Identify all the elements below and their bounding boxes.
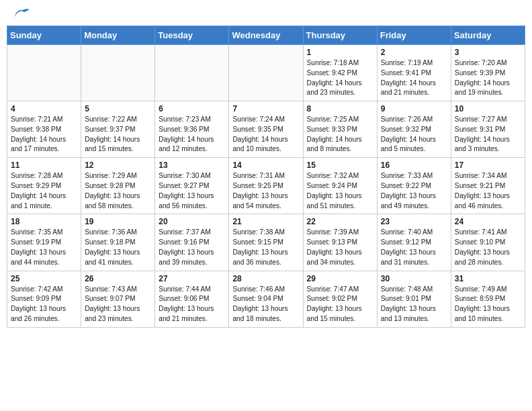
day-number: 18 [11,217,77,226]
day-number: 28 [232,274,299,283]
day-header-thursday: Thursday [303,26,377,45]
day-number: 24 [455,217,521,226]
calendar-header-row: SundayMondayTuesdayWednesdayThursdayFrid… [7,26,525,45]
day-header-wednesday: Wednesday [229,26,303,45]
day-number: 30 [381,274,447,283]
calendar-cell: 17Sunrise: 7:34 AM Sunset: 9:21 PM Dayli… [451,158,525,214]
calendar-cell: 4Sunrise: 7:21 AM Sunset: 9:38 PM Daylig… [7,101,81,158]
day-number: 22 [307,217,373,226]
day-number: 17 [455,161,521,170]
day-number: 9 [381,104,447,113]
calendar-cell [229,45,303,101]
day-info: Sunrise: 7:20 AM Sunset: 9:39 PM Dayligh… [455,58,521,98]
day-info: Sunrise: 7:28 AM Sunset: 9:29 PM Dayligh… [11,171,77,211]
day-info: Sunrise: 7:31 AM Sunset: 9:25 PM Dayligh… [232,171,299,211]
calendar-cell: 18Sunrise: 7:35 AM Sunset: 9:19 PM Dayli… [7,214,81,271]
day-number: 1 [307,48,373,57]
calendar-week-row: 1Sunrise: 7:18 AM Sunset: 9:42 PM Daylig… [7,45,525,101]
day-header-saturday: Saturday [451,26,525,45]
day-info: Sunrise: 7:22 AM Sunset: 9:37 PM Dayligh… [85,115,151,154]
calendar-cell: 23Sunrise: 7:40 AM Sunset: 9:12 PM Dayli… [377,214,451,271]
calendar-cell: 13Sunrise: 7:30 AM Sunset: 9:27 PM Dayli… [155,158,229,214]
calendar-week-row: 18Sunrise: 7:35 AM Sunset: 9:19 PM Dayli… [7,214,525,271]
day-number: 11 [11,161,77,170]
day-number: 15 [307,161,373,170]
calendar-cell: 3Sunrise: 7:20 AM Sunset: 9:39 PM Daylig… [451,45,525,101]
day-header-sunday: Sunday [7,26,81,45]
day-info: Sunrise: 7:23 AM Sunset: 9:36 PM Dayligh… [159,115,225,154]
calendar-week-row: 25Sunrise: 7:42 AM Sunset: 9:09 PM Dayli… [7,271,525,327]
day-info: Sunrise: 7:27 AM Sunset: 9:31 PM Dayligh… [455,115,521,154]
day-info: Sunrise: 7:40 AM Sunset: 9:12 PM Dayligh… [381,228,447,267]
day-info: Sunrise: 7:21 AM Sunset: 9:38 PM Dayligh… [11,115,77,154]
calendar-cell: 1Sunrise: 7:18 AM Sunset: 9:42 PM Daylig… [303,45,377,101]
logo-bird-icon [11,7,30,21]
calendar-cell: 12Sunrise: 7:29 AM Sunset: 9:28 PM Dayli… [81,158,155,214]
calendar-cell: 8Sunrise: 7:25 AM Sunset: 9:33 PM Daylig… [303,101,377,158]
day-number: 14 [232,161,299,170]
day-info: Sunrise: 7:35 AM Sunset: 9:19 PM Dayligh… [11,228,77,267]
calendar-cell: 10Sunrise: 7:27 AM Sunset: 9:31 PM Dayli… [451,101,525,158]
day-number: 19 [85,217,151,226]
calendar-cell: 24Sunrise: 7:41 AM Sunset: 9:10 PM Dayli… [451,214,525,271]
day-number: 13 [159,161,225,170]
day-info: Sunrise: 7:37 AM Sunset: 9:16 PM Dayligh… [159,228,225,267]
day-number: 31 [455,274,521,283]
calendar-cell: 14Sunrise: 7:31 AM Sunset: 9:25 PM Dayli… [229,158,303,214]
day-info: Sunrise: 7:33 AM Sunset: 9:22 PM Dayligh… [381,171,447,211]
day-number: 4 [11,104,77,113]
calendar-cell [7,45,81,101]
day-info: Sunrise: 7:36 AM Sunset: 9:18 PM Dayligh… [85,228,151,267]
calendar-cell [155,45,229,101]
day-number: 25 [11,274,77,283]
day-number: 8 [307,104,373,113]
header [7,7,525,21]
day-info: Sunrise: 7:32 AM Sunset: 9:24 PM Dayligh… [307,171,373,211]
day-header-tuesday: Tuesday [155,26,229,45]
day-number: 29 [307,274,373,283]
day-info: Sunrise: 7:43 AM Sunset: 9:07 PM Dayligh… [85,285,151,324]
calendar-cell: 11Sunrise: 7:28 AM Sunset: 9:29 PM Dayli… [7,158,81,214]
day-info: Sunrise: 7:38 AM Sunset: 9:15 PM Dayligh… [232,228,299,267]
calendar-cell: 2Sunrise: 7:19 AM Sunset: 9:41 PM Daylig… [377,45,451,101]
calendar-cell: 28Sunrise: 7:46 AM Sunset: 9:04 PM Dayli… [229,271,303,327]
day-info: Sunrise: 7:25 AM Sunset: 9:33 PM Dayligh… [307,115,373,154]
logo [9,7,30,21]
calendar-cell: 16Sunrise: 7:33 AM Sunset: 9:22 PM Dayli… [377,158,451,214]
day-number: 27 [159,274,225,283]
calendar-cell [81,45,155,101]
day-number: 20 [159,217,225,226]
day-header-monday: Monday [81,26,155,45]
calendar-cell: 7Sunrise: 7:24 AM Sunset: 9:35 PM Daylig… [229,101,303,158]
calendar-cell: 5Sunrise: 7:22 AM Sunset: 9:37 PM Daylig… [81,101,155,158]
day-info: Sunrise: 7:26 AM Sunset: 9:32 PM Dayligh… [381,115,447,154]
day-number: 21 [232,217,299,226]
day-header-friday: Friday [377,26,451,45]
day-number: 10 [455,104,521,113]
day-info: Sunrise: 7:39 AM Sunset: 9:13 PM Dayligh… [307,228,373,267]
day-number: 7 [232,104,299,113]
calendar-cell: 19Sunrise: 7:36 AM Sunset: 9:18 PM Dayli… [81,214,155,271]
calendar-cell: 15Sunrise: 7:32 AM Sunset: 9:24 PM Dayli… [303,158,377,214]
day-info: Sunrise: 7:19 AM Sunset: 9:41 PM Dayligh… [381,58,447,98]
calendar-cell: 26Sunrise: 7:43 AM Sunset: 9:07 PM Dayli… [81,271,155,327]
day-number: 6 [159,104,225,113]
day-number: 3 [455,48,521,57]
calendar-cell: 29Sunrise: 7:47 AM Sunset: 9:02 PM Dayli… [303,271,377,327]
calendar-cell: 30Sunrise: 7:48 AM Sunset: 9:01 PM Dayli… [377,271,451,327]
calendar-week-row: 11Sunrise: 7:28 AM Sunset: 9:29 PM Dayli… [7,158,525,214]
day-number: 5 [85,104,151,113]
day-info: Sunrise: 7:30 AM Sunset: 9:27 PM Dayligh… [159,171,225,211]
calendar-cell: 25Sunrise: 7:42 AM Sunset: 9:09 PM Dayli… [7,271,81,327]
calendar-cell: 22Sunrise: 7:39 AM Sunset: 9:13 PM Dayli… [303,214,377,271]
day-info: Sunrise: 7:29 AM Sunset: 9:28 PM Dayligh… [85,171,151,211]
calendar-cell: 9Sunrise: 7:26 AM Sunset: 9:32 PM Daylig… [377,101,451,158]
day-info: Sunrise: 7:46 AM Sunset: 9:04 PM Dayligh… [232,285,299,324]
day-info: Sunrise: 7:41 AM Sunset: 9:10 PM Dayligh… [455,228,521,267]
day-info: Sunrise: 7:42 AM Sunset: 9:09 PM Dayligh… [11,285,77,324]
day-number: 16 [381,161,447,170]
day-number: 23 [381,217,447,226]
calendar-cell: 31Sunrise: 7:49 AM Sunset: 8:59 PM Dayli… [451,271,525,327]
calendar-table: SundayMondayTuesdayWednesdayThursdayFrid… [7,26,525,328]
day-number: 2 [381,48,447,57]
